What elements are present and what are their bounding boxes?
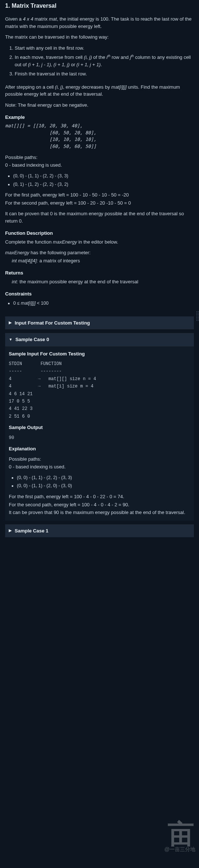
accordion-input-format[interactable]: ▶ Input Format For Custom Testing xyxy=(5,316,194,330)
example-paths-list: (0, 0) - (1, 1) - (2, 2) - (3, 3) (0, 1)… xyxy=(5,173,194,188)
param-line: int mat[4][4]: a matrix of integers xyxy=(5,257,194,265)
list-item: (0, 1) - (1, 2) - (2, 2) - (3, 2) xyxy=(13,181,194,188)
watermark-text: @一亩三分地 xyxy=(164,846,195,853)
returns-line: int: the maximum possible energy at the … xyxy=(5,278,194,286)
row: [60, 50, 60, 50]] xyxy=(5,144,96,149)
triangle-down-icon: ▼ xyxy=(9,338,12,341)
zero-indexing-note: 0 - based indexing is used. xyxy=(5,162,194,169)
function-desc-text: Complete the function maxEnergy in the e… xyxy=(5,238,194,246)
sample-input-heading: Sample Input For Custom Testing xyxy=(9,350,190,358)
sample0-conclusion: It can be proven that 90 is the maximum … xyxy=(9,509,190,516)
example-result-2: For the second path, energy left = 100 -… xyxy=(5,199,194,207)
opt3: (i + 1, j + 1) xyxy=(76,62,101,67)
text: matrix xyxy=(33,16,49,22)
list-item: (0, 0) - (1, 1) - (2, 0) - (3, 0) xyxy=(17,482,190,489)
accordion-label: Sample Case 1 xyxy=(15,527,48,535)
function-desc-heading: Function Description xyxy=(5,230,194,237)
list-item: Start with any cell in the first row. xyxy=(15,45,194,52)
sample-input-code: STDIN FUNCTION ----- -------- 4 → mat[][… xyxy=(9,360,190,420)
accordion-label: Sample Case 0 xyxy=(15,336,49,343)
sample0-paths-list: (0, 0) - (1, 1) - (2, 2) - (3, 3) (0, 0)… xyxy=(9,474,190,490)
row: mat[i] size m = 4 xyxy=(40,384,93,389)
text: In each move, traverse from cell xyxy=(15,54,84,60)
var-mat: mat xyxy=(49,16,57,22)
intro-paragraph-2: The matrix can be traversed in the follo… xyxy=(5,33,194,41)
opts: (i + 1, j - 1), (i + 1, j) xyxy=(28,62,69,67)
cell: (i, j) xyxy=(55,84,63,90)
param-desc: a matrix of integers xyxy=(38,258,80,263)
watermark-logo: 亩 xyxy=(164,822,195,846)
list-item: Finish the traversal in the last row. xyxy=(15,70,194,78)
list-item: In each move, traverse from cell (i, j) … xyxy=(15,54,194,68)
sample-case-0-body: Sample Input For Custom Testing STDIN FU… xyxy=(5,346,194,521)
matij: mat[i][j] xyxy=(21,301,36,306)
example-result-1: For the first path, energy left = 100 - … xyxy=(5,191,194,199)
page-title: 1. Matrix Traversal xyxy=(5,0,194,15)
possible-paths-label: Possible paths: xyxy=(9,456,190,463)
text: Complete the function xyxy=(5,239,53,245)
row: [10, 10, 10, 10], xyxy=(5,137,96,142)
example-matrix: mat[][] = [[10, 20, 30, 40], [60, 50, 20… xyxy=(5,123,194,150)
text: of the xyxy=(92,54,106,60)
text: Given a xyxy=(5,16,23,22)
row: mat[][] size n = 4 xyxy=(40,376,96,382)
accordion-sample-case-1[interactable]: ▶ Sample Case 1 xyxy=(5,524,194,538)
sample-output-heading: Sample Output xyxy=(9,424,190,431)
sample0-result-1: For the first path, energy left = 100 - … xyxy=(9,493,190,500)
fn-name: maxEnergy xyxy=(53,239,77,245)
list-item: 0 ≤ mat[i][j] < 100 xyxy=(13,300,194,307)
sample-output-code: 90 xyxy=(9,434,190,442)
ret-desc: the maximum possible energy at the end o… xyxy=(18,279,138,284)
example-heading: Example xyxy=(5,114,194,121)
row: 2 51 6 0 xyxy=(9,414,30,419)
row: 4 6 14 21 xyxy=(9,392,33,397)
text: row and xyxy=(110,54,130,60)
param-intro: maxEnergy has the following parameter: xyxy=(5,249,194,256)
text: , energy decreases by xyxy=(63,84,112,90)
returns-heading: Returns xyxy=(5,269,194,277)
watermark: 亩 @一亩三分地 xyxy=(164,822,195,853)
text: in the editor below. xyxy=(77,239,118,245)
row: 4 xyxy=(9,384,38,389)
cell: (i, j) xyxy=(84,54,92,60)
dim: 4 x 4 xyxy=(23,16,33,22)
explanation-heading: Explanation xyxy=(9,445,190,453)
triangle-right-icon: ▶ xyxy=(9,529,12,532)
constraints-list: 0 ≤ mat[i][j] < 100 xyxy=(5,300,194,307)
row: STDIN FUNCTION xyxy=(9,361,62,366)
note: Note: The final energy can be negative. xyxy=(5,102,194,109)
accordion-label: Input Format For Custom Testing xyxy=(15,319,90,327)
text: has the following parameter: xyxy=(29,250,91,255)
example-conclusion: It can be proven that 0 is the maximum e… xyxy=(5,210,194,224)
row: 17 0 5 5 xyxy=(9,399,30,404)
text: < 100 xyxy=(36,301,48,306)
row: mat[][] = [[10, 20, 30, 40], xyxy=(5,123,83,128)
zero-indexing-note: 0 - based indexing is used. xyxy=(9,463,190,471)
possible-paths-label: Possible paths: xyxy=(5,154,194,161)
text: After stepping on a cell xyxy=(5,84,55,90)
sample0-result-2: For the second path, energy left = 100 -… xyxy=(9,501,190,509)
traversal-steps: Start with any cell in the first row. In… xyxy=(5,45,194,78)
accordion-sample-case-0[interactable]: ▼ Sample Case 0 xyxy=(5,333,194,346)
drag-handle-icon[interactable] xyxy=(196,311,199,321)
constraints-heading: Constraints xyxy=(5,290,194,298)
row: 4 xyxy=(9,376,38,382)
param-sig: int mat[4][4]: xyxy=(12,258,38,263)
energy-rule: After stepping on a cell (i, j), energy … xyxy=(5,84,194,98)
row: 90 xyxy=(9,435,14,440)
row: [60, 50, 20, 80], xyxy=(5,130,96,135)
matij: mat[i][j] xyxy=(111,84,127,90)
text: . xyxy=(101,62,102,67)
row: ----- -------- xyxy=(9,369,62,374)
fn-name: maxEnergy xyxy=(5,250,29,255)
list-item: (0, 0) - (1, 1) - (2, 2) - (3, 3) xyxy=(13,173,194,180)
ret-type: int: xyxy=(12,279,18,284)
triangle-right-icon: ▶ xyxy=(9,321,12,325)
row: 4 41 22 3 xyxy=(9,406,33,411)
text: or xyxy=(70,62,77,67)
intro-paragraph-1: Given a 4 x 4 matrix mat, the initial en… xyxy=(5,15,194,30)
text: 0 ≤ xyxy=(13,301,21,306)
list-item: (0, 0) - (1, 1) - (2, 2) - (3, 3) xyxy=(17,474,190,481)
